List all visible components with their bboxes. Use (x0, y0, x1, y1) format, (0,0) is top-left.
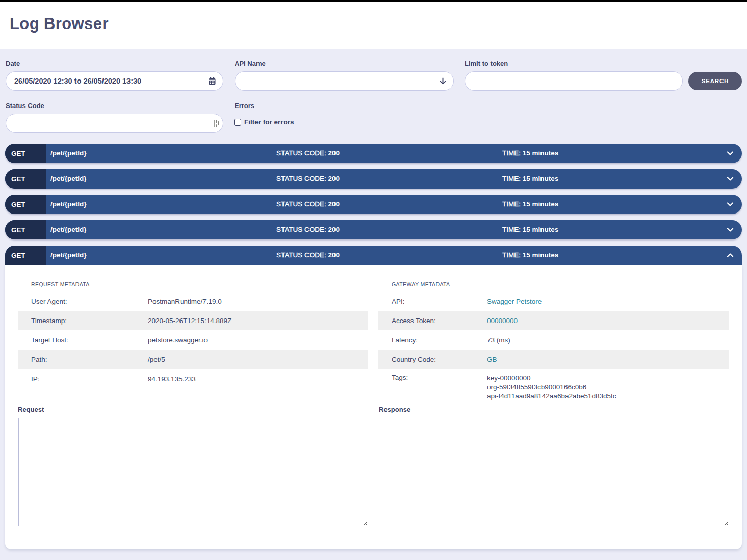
metadata-label: Target Host: (31, 336, 148, 344)
gateway-metadata-title: GATEWAY METADATA (378, 277, 729, 291)
metadata-value-link[interactable]: 00000000 (487, 317, 729, 325)
limit-to-token-label: Limit to token (465, 60, 508, 67)
page: Log Browser Date 26/05/2020 12:30 to 26/… (0, 0, 747, 560)
metadata-row: Path:/pet/5 (18, 350, 368, 369)
metadata-value: /pet/5 (148, 356, 368, 363)
method-badge: GET (5, 169, 46, 189)
entry-time: TIME: 15 minutes (502, 195, 558, 214)
log-entry-bar[interactable]: GET/pet/{petId}STATUS CODE: 200TIME: 15 … (5, 144, 742, 163)
metadata-value: PostmanRuntime/7.19.0 (148, 298, 368, 305)
entry-status: STATUS CODE: 200 (276, 195, 340, 214)
log-entry-bar[interactable]: GET/pet/{petId}STATUS CODE: 200TIME: 15 … (5, 195, 742, 214)
log-entry-bar[interactable]: GET/pet/{petId}STATUS CODE: 200TIME: 15 … (5, 246, 742, 265)
metadata-value-link[interactable]: GB (487, 356, 729, 363)
metadata-label: Access Token: (392, 317, 487, 325)
filter-for-errors-checkbox[interactable] (234, 119, 241, 126)
metadata-value-link[interactable]: Swagger Petstore (487, 298, 729, 305)
filter-panel: Date 26/05/2020 12:30 to 26/05/2020 13:3… (0, 0, 747, 144)
log-entry-bar[interactable]: GET/pet/{petId}STATUS CODE: 200TIME: 15 … (5, 220, 742, 239)
metadata-label: Path: (31, 356, 148, 363)
response-textarea[interactable] (379, 418, 729, 526)
bars-icon (214, 120, 220, 127)
metadata-row: Tags:key-00000000org-59f348559f3cb900016… (378, 369, 729, 406)
metadata-row: Access Token:00000000 (378, 311, 729, 330)
metadata-label: Country Code: (392, 356, 487, 363)
entry-time: TIME: 15 minutes (502, 169, 558, 189)
metadata-label: Tags: (392, 374, 487, 381)
entry-path: /pet/{petId} (50, 195, 87, 214)
metadata-row: Latency:73 (ms) (378, 330, 729, 350)
metadata-row: API:Swagger Petstore (378, 291, 729, 311)
chevron-down-icon[interactable] (727, 150, 734, 156)
entry-path: /pet/{petId} (50, 220, 87, 239)
metadata-row: Timestamp:2020-05-26T12:15:14.889Z (18, 311, 368, 330)
metadata-row: Target Host:petstore.swagger.io (18, 330, 368, 350)
chevron-up-icon[interactable] (727, 252, 734, 258)
metadata-value: 94.193.135.233 (148, 375, 368, 383)
method-badge: GET (5, 220, 46, 239)
metadata-value: petstore.swagger.io (148, 336, 368, 344)
log-entry-bar[interactable]: GET/pet/{petId}STATUS CODE: 200TIME: 15 … (5, 169, 742, 189)
status-code-input[interactable] (6, 114, 223, 133)
metadata-value: key-00000000org-59f348559f3cb9000166c0b6… (487, 374, 729, 401)
entry-path: /pet/{petId} (50, 246, 87, 265)
limit-to-token-input[interactable] (465, 71, 683, 91)
entry-time: TIME: 15 minutes (502, 246, 558, 265)
filter-for-errors-label: Filter for errors (244, 118, 294, 126)
entry-status: STATUS CODE: 200 (276, 144, 340, 163)
metadata-label: IP: (31, 375, 148, 383)
metadata-row: Country Code:GB (378, 350, 729, 369)
log-entry: GET/pet/{petId}STATUS CODE: 200TIME: 15 … (5, 144, 742, 163)
date-range-input[interactable]: 26/05/2020 12:30 to 26/05/2020 13:30 (6, 71, 223, 91)
metadata-value: 73 (ms) (487, 336, 729, 344)
metadata-row: User Agent:PostmanRuntime/7.19.0 (18, 291, 368, 311)
tag-line: org-59f348559f3cb9000166c0b6 (487, 383, 729, 392)
chevron-down-icon[interactable] (727, 227, 734, 233)
arrow-down-icon[interactable] (440, 77, 446, 85)
log-detail-panel: REQUEST METADATA User Agent:PostmanRunti… (5, 265, 742, 549)
request-textarea[interactable] (18, 418, 368, 526)
chevron-down-icon[interactable] (727, 201, 734, 207)
metadata-value: 2020-05-26T12:15:14.889Z (148, 317, 368, 325)
entry-status: STATUS CODE: 200 (276, 246, 340, 265)
metadata-label: API: (392, 298, 487, 305)
entry-status: STATUS CODE: 200 (276, 169, 340, 189)
calendar-icon[interactable] (209, 77, 216, 85)
search-button[interactable]: SEARCH (688, 72, 742, 90)
metadata-label: Latency: (392, 336, 487, 344)
method-badge: GET (5, 195, 46, 214)
entry-time: TIME: 15 minutes (502, 220, 558, 239)
date-range-value: 26/05/2020 12:30 to 26/05/2020 13:30 (6, 77, 223, 85)
log-entry-list: GET/pet/{petId}STATUS CODE: 200TIME: 15 … (5, 144, 742, 555)
metadata-label: Timestamp: (31, 317, 148, 325)
metadata-row: IP:94.193.135.233 (18, 369, 368, 388)
api-name-label: API Name (235, 60, 266, 67)
log-entry: GET/pet/{petId}STATUS CODE: 200TIME: 15 … (5, 195, 742, 214)
request-metadata-table: REQUEST METADATA User Agent:PostmanRunti… (18, 277, 368, 388)
chevron-down-icon[interactable] (727, 176, 734, 182)
date-label: Date (6, 60, 20, 67)
entry-path: /pet/{petId} (50, 144, 87, 163)
status-code-label: Status Code (6, 102, 44, 110)
entry-time: TIME: 15 minutes (502, 144, 558, 163)
method-badge: GET (5, 246, 46, 265)
entry-path: /pet/{petId} (50, 169, 87, 189)
tag-line: key-00000000 (487, 374, 729, 383)
log-entry: GET/pet/{petId}STATUS CODE: 200TIME: 15 … (5, 246, 742, 549)
api-name-select[interactable] (235, 71, 454, 91)
request-label: Request (18, 406, 44, 413)
log-entry: GET/pet/{petId}STATUS CODE: 200TIME: 15 … (5, 220, 742, 239)
log-entry: GET/pet/{petId}STATUS CODE: 200TIME: 15 … (5, 169, 742, 189)
metadata-label: User Agent: (31, 298, 148, 305)
request-metadata-title: REQUEST METADATA (18, 277, 368, 291)
tag-line: api-f4d11aad9a8142aa6ba2abe51d83d5fc (487, 392, 729, 401)
response-label: Response (379, 406, 410, 413)
method-badge: GET (5, 144, 46, 163)
errors-label: Errors (235, 102, 254, 110)
entry-status: STATUS CODE: 200 (276, 220, 340, 239)
gateway-metadata-table: GATEWAY METADATA API:Swagger PetstoreAcc… (378, 277, 729, 406)
